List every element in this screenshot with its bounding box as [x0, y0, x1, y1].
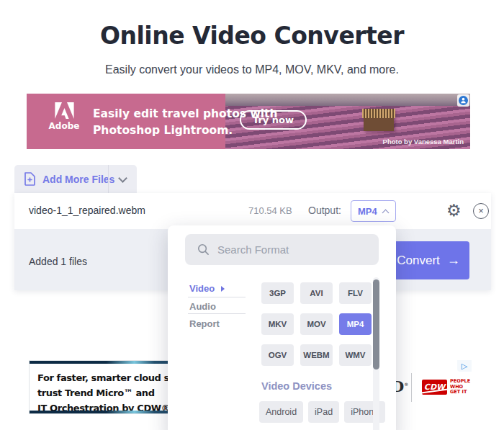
- adobe-brand-label: Adobe: [42, 121, 86, 131]
- add-more-files-button[interactable]: Add More Files: [14, 165, 137, 193]
- adobe-logo-icon: [55, 102, 74, 119]
- device-option-android[interactable]: Android: [259, 401, 303, 423]
- tab-divider: [108, 165, 109, 193]
- nav-divider: [188, 313, 246, 314]
- close-icon: ×: [478, 206, 484, 215]
- cdw-logo: CDW: [422, 380, 447, 395]
- device-option-ipad[interactable]: iPad: [308, 401, 339, 423]
- search-format-box[interactable]: [185, 234, 379, 265]
- adchoices-icon[interactable]: ▷: [457, 360, 472, 372]
- sky-backdrop: [225, 94, 470, 106]
- page-title: Online Video Converter: [0, 22, 504, 50]
- convert-button[interactable]: Convert →: [387, 241, 469, 279]
- file-plus-icon: [24, 172, 36, 186]
- format-option-mov[interactable]: MOV: [300, 313, 333, 335]
- adchoices-person-icon: [459, 96, 468, 105]
- cdw-tagline: PEOPLE WHO GET IT: [450, 379, 474, 395]
- nav-tab-report[interactable]: Report: [189, 318, 220, 329]
- file-row: video-1_1_repaired.webm 710.54 KB Output…: [14, 193, 491, 229]
- ad-logo-divider: [411, 373, 412, 402]
- format-option-3gp[interactable]: 3GP: [261, 282, 294, 304]
- nav-tab-video[interactable]: Video: [189, 283, 225, 294]
- adobe-logo: Adobe: [42, 102, 86, 131]
- nav-divider: [188, 297, 246, 297]
- stone-hut: [364, 109, 394, 131]
- format-option-webm[interactable]: WEBM: [300, 344, 333, 366]
- file-size: 710.54 KB: [248, 205, 292, 216]
- format-option-wmv[interactable]: WMV: [339, 344, 372, 366]
- format-grid: 3GPAVIFLVMKVMOVMP4OGVWEBMWMV: [261, 282, 373, 366]
- ad-privacy-icon[interactable]: [457, 94, 469, 107]
- page-subtitle: Easily convert your videos to MP4, MOV, …: [0, 63, 504, 76]
- format-option-mp4[interactable]: MP4: [339, 313, 372, 335]
- add-more-files-label: Add More Files: [42, 174, 114, 185]
- chevron-up-icon: [382, 210, 390, 217]
- nav-video-label: Video: [189, 283, 215, 294]
- remove-file-button[interactable]: ×: [473, 203, 489, 219]
- video-devices-heading: Video Devices: [261, 380, 332, 392]
- format-picker-panel: Video Audio Report 3GPAVIFLVMKVMOVMP4OGV…: [168, 225, 396, 430]
- ad-headline: Easily edit travel photos with Photoshop…: [93, 106, 278, 139]
- scrollbar-thumb[interactable]: [373, 279, 379, 369]
- search-format-input[interactable]: [217, 243, 361, 256]
- settings-gear-icon[interactable]: ⚙: [446, 201, 462, 220]
- format-option-ogv[interactable]: OGV: [261, 344, 294, 366]
- adobe-ad-banner[interactable]: Try now Photo by Vanessa Martin Adobe Ea…: [27, 94, 470, 149]
- file-name: video-1_1_repaired.webm: [29, 205, 145, 216]
- output-format-value: MP4: [358, 206, 377, 217]
- nav-tab-audio[interactable]: Audio: [189, 301, 216, 312]
- ad-headline-line2: Photoshop Lightroom.: [93, 122, 278, 139]
- added-files-status: Added 1 files: [29, 256, 87, 267]
- arrow-right-icon: →: [447, 253, 460, 268]
- search-icon: [197, 243, 210, 256]
- format-option-avi[interactable]: AVI: [300, 282, 333, 304]
- photo-credit: Photo by Vanessa Martin: [383, 138, 464, 145]
- device-grid: AndroidiPadiPhone: [259, 401, 385, 423]
- chevron-down-icon[interactable]: [118, 174, 127, 183]
- arrow-right-icon: [221, 286, 225, 292]
- output-format-select[interactable]: MP4: [351, 200, 396, 222]
- convert-label: Convert: [397, 254, 440, 268]
- ad-headline-line1: Easily edit travel photos with: [93, 106, 278, 122]
- format-option-mkv[interactable]: MKV: [261, 313, 294, 335]
- format-option-flv[interactable]: FLV: [339, 282, 372, 304]
- output-label: Output:: [308, 205, 341, 216]
